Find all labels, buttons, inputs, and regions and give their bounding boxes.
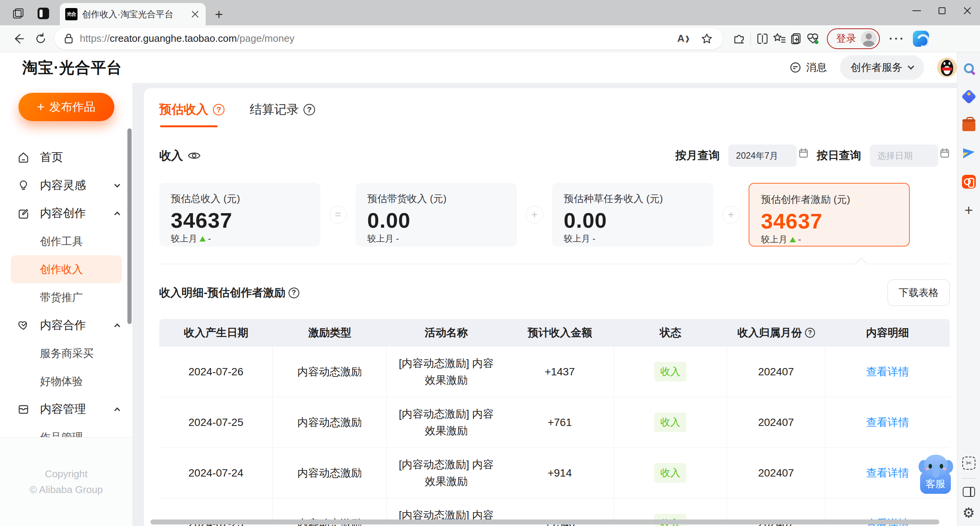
copilot-icon[interactable] [913,31,929,47]
day-picker[interactable] [870,145,950,167]
day-input[interactable] [870,145,938,167]
new-tab-button[interactable]: + [206,8,223,25]
horizontal-scrollbar[interactable] [150,519,939,524]
send-sidebar-icon[interactable] [961,146,977,161]
eye-icon[interactable] [188,151,201,161]
copyright-line2: © Alibaba Group [30,484,103,496]
day-query-label: 按日查询 [817,148,861,163]
card-value: 34637 [171,208,309,233]
cell-activity: [内容动态激励] 内容效果激励 [387,406,506,439]
compare-value: - [396,233,399,244]
read-aloud-button[interactable]: A❱ [675,30,692,47]
split-screen-button[interactable] [754,30,771,47]
tools-sidebar-icon[interactable] [961,117,977,133]
sidebar-item-label: 首页 [40,150,63,165]
title-bar: 光合 创作收入·淘宝光合平台 + [0,0,980,25]
back-button[interactable] [10,30,27,47]
sidebar-item-home[interactable]: 首页 [0,143,132,171]
collections-button[interactable] [788,30,805,47]
sidebar-item-creation-tools[interactable]: 创作工具 [0,227,132,255]
shopping-sidebar-icon[interactable] [961,89,977,104]
tab-title: 创作收入·淘宝光合平台 [82,8,186,20]
plus-icon: + [526,206,543,224]
browser-essentials-button[interactable] [805,30,822,47]
sidebar-toggle-icon[interactable] [963,487,975,497]
login-button[interactable]: 登录 [827,28,880,49]
plus-icon: + [37,100,45,113]
sidebar-item-creation[interactable]: 内容创作 [0,199,132,227]
cell-detail: 查看详情 [825,365,950,379]
tab-close-icon[interactable] [191,10,200,18]
view-details-link[interactable]: 查看详情 [866,416,909,428]
settings-gear-icon[interactable]: ⚙ [962,506,975,520]
help-icon[interactable] [213,104,224,115]
card-creator-incentive[interactable]: 预估创作者激励 (元) 34637 较上月- [749,183,910,247]
creator-service-dropdown[interactable]: 创作者服务 [840,55,924,80]
close-button[interactable] [955,0,980,21]
search-sidebar-icon[interactable] [961,61,977,76]
help-icon[interactable] [304,104,315,115]
extensions-button[interactable] [731,30,747,47]
favorites-button[interactable] [771,30,788,47]
view-details-link[interactable]: 查看详情 [866,467,909,479]
publish-button[interactable]: + 发布作品 [18,93,114,121]
browser-tab[interactable]: 光合 创作收入·淘宝光合平台 [60,3,206,25]
tab-settlement-record[interactable]: 结算记录 [250,92,315,127]
month-picker[interactable] [728,145,808,167]
cell-month: 202407 [727,347,826,397]
sidebar-item-creation-income[interactable]: 创作收入 [11,255,122,283]
minimize-button[interactable] [904,0,929,21]
month-input[interactable] [728,145,797,167]
sidebar-item-goods-trial[interactable]: 好物体验 [0,367,132,395]
settings-more-button[interactable]: ··· [889,32,905,45]
table-row: 2024-07-24 内容动态激励 [内容动态激励] 内容效果激励 +914 收… [159,448,950,498]
workspaces-icon[interactable] [13,8,25,19]
sidebar-item-service-purchase[interactable]: 服务商采买 [0,339,132,367]
restore-button[interactable] [929,0,955,21]
help-icon[interactable] [805,328,815,338]
compare-value: - [798,234,801,245]
customer-service-label: 客服 [926,477,945,491]
compare-label: 较上月 [761,233,787,245]
kuaishou-sidebar-icon[interactable] [961,174,977,189]
customer-service-widget[interactable]: 客服 [920,472,952,494]
restore-icon [939,7,945,14]
lock-icon [64,33,74,44]
screenshot-icon[interactable]: ✂ [962,457,975,470]
col-header-date: 收入产生日期 [159,319,273,347]
refresh-button[interactable] [32,30,49,47]
user-avatar[interactable] [937,58,957,77]
card-seeding-task-income[interactable]: 预估种草任务收入 (元) 0.00 较上月- [552,183,713,247]
card-total-income[interactable]: 预估总收入 (元) 34637 较上月- [159,183,320,247]
status-badge: 收入 [654,413,686,432]
help-icon[interactable] [289,288,299,298]
address-bar[interactable]: https://creator.guanghe.taobao.com/page/… [54,28,723,49]
status-badge: 收入 [654,463,686,483]
favorite-star-button[interactable] [698,30,715,47]
copyright-line1: Copyright [45,468,87,480]
status-badge: 收入 [654,362,686,381]
add-sidebar-icon[interactable]: + [961,202,977,218]
sidebar-scrollbar[interactable] [127,128,132,324]
tab-estimated-income[interactable]: 预估收入 [159,92,224,127]
sidebar-item-promotion[interactable]: 带货推广 [0,283,132,311]
calendar-icon [799,148,808,159]
sidebar-item-inspiration[interactable]: 内容灵感 [0,171,132,199]
income-title: 收入 [159,148,183,164]
download-table-button[interactable]: 下载表格 [888,279,950,306]
view-details-link[interactable]: 查看详情 [866,366,909,378]
tab-actions-icon[interactable] [38,8,49,19]
messages-button[interactable]: 消息 [789,61,827,74]
section-divider [159,264,950,264]
cell-status: 收入 [614,347,727,397]
cell-status: 收入 [614,448,727,498]
site-logo[interactable]: 淘宝·光合平台 [22,57,122,78]
cell-activity: [内容动态激励] 内容效果激励 [387,456,506,490]
compare-label: 较上月 [367,233,394,245]
detail-title: 收入明细-预估创作者激励 [159,285,285,301]
url-text[interactable]: https://creator.guanghe.taobao.com/page/… [80,33,669,44]
sidebar-item-label: 创作收入 [40,262,83,277]
sidebar-item-management[interactable]: 内容管理 [0,395,132,423]
card-sales-income[interactable]: 预估带货收入 (元) 0.00 较上月- [356,183,517,247]
sidebar-item-cooperation[interactable]: 内容合作 [0,311,132,339]
